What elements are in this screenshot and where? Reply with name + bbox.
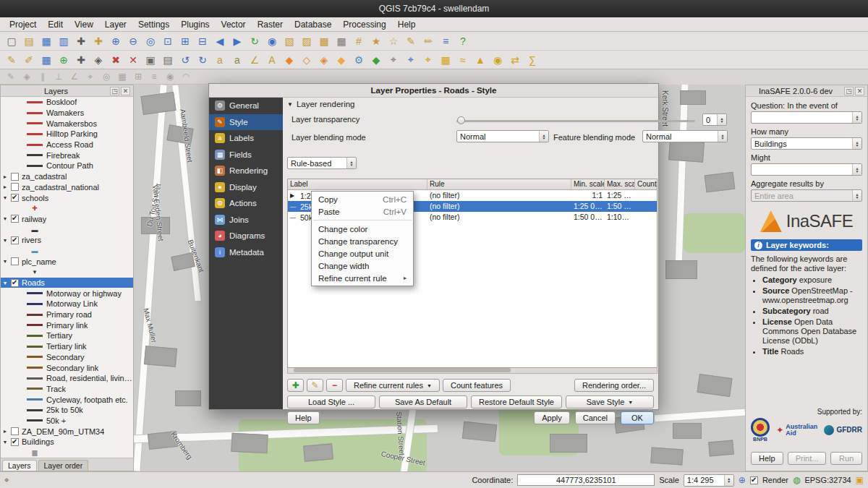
- layer-item[interactable]: ▾ plc_name: [1, 256, 133, 267]
- table-horizontal-scrollbar[interactable]: [287, 368, 658, 374]
- inasafe-keywords-icon[interactable]: ◇: [298, 52, 315, 68]
- text-annotation-icon[interactable]: ✎: [402, 33, 420, 49]
- feature-blend-combo[interactable]: Normal▲▼: [642, 130, 728, 142]
- dialog-sidebar-item[interactable]: i Metadata: [209, 244, 283, 261]
- zoom-to-layer-icon[interactable]: ⊟: [194, 33, 211, 49]
- road-graph-icon[interactable]: ⇄: [506, 52, 524, 68]
- expander-icon[interactable]: ▸: [4, 174, 11, 180]
- context-menu-item[interactable]: Refine current rule ▸: [312, 272, 413, 284]
- paste-features-icon[interactable]: ▤: [159, 52, 176, 68]
- interpolation-icon[interactable]: ≈: [454, 52, 472, 68]
- layer-checkbox[interactable]: [11, 183, 19, 191]
- inasafe-options-icon[interactable]: ◈: [315, 52, 333, 68]
- layer-item[interactable]: Firebreak: [1, 150, 133, 160]
- pan-map-icon[interactable]: ✚: [72, 33, 90, 49]
- pan-to-selection-icon[interactable]: ✚: [90, 33, 107, 49]
- layer-item[interactable]: ▬: [1, 224, 133, 235]
- zoom-native-icon[interactable]: ◎: [142, 33, 159, 49]
- projection-icon[interactable]: ◍: [793, 475, 800, 485]
- layer-checkbox[interactable]: [11, 215, 19, 223]
- zoom-last-icon[interactable]: ◀: [211, 33, 229, 49]
- menu-item[interactable]: Project: [4, 18, 41, 31]
- rotate-label-icon[interactable]: ∠: [246, 52, 263, 68]
- new-project-icon[interactable]: ▢: [3, 33, 20, 49]
- dialog-sidebar-item[interactable]: ⚙ Actions: [209, 195, 283, 212]
- cancel-button[interactable]: Cancel: [575, 411, 616, 424]
- python-console-icon[interactable]: ≡: [437, 33, 454, 49]
- move-label-icon[interactable]: a: [229, 52, 246, 68]
- move-feature-icon[interactable]: ✚: [72, 52, 90, 68]
- copy-features-icon[interactable]: ▣: [142, 52, 159, 68]
- measure-line-icon[interactable]: #: [350, 33, 367, 49]
- rule-expander-icon[interactable]: ▶: [290, 192, 297, 199]
- ok-button[interactable]: OK: [621, 411, 654, 424]
- undo-icon[interactable]: ↺: [176, 52, 194, 68]
- layer-checkbox[interactable]: [11, 279, 19, 287]
- node-tool-icon[interactable]: ◈: [90, 52, 107, 68]
- rule-expander-icon[interactable]: —: [290, 214, 297, 221]
- col-max-scale[interactable]: Max. scale: [605, 179, 635, 189]
- menu-item[interactable]: Processing: [338, 18, 391, 31]
- expander-icon[interactable]: ▾: [4, 194, 11, 201]
- refine-rules-button[interactable]: Refine current rules▼: [346, 379, 440, 392]
- magnifier-icon[interactable]: ⊕: [739, 475, 746, 485]
- current-edits-icon[interactable]: ✎: [3, 52, 20, 68]
- georeferencer-icon[interactable]: ⌖: [385, 52, 402, 68]
- scale-combo[interactable]: 1:4 295▲▼: [684, 474, 734, 487]
- menu-item[interactable]: Layer: [100, 18, 132, 31]
- select-features-icon[interactable]: ▧: [281, 33, 298, 49]
- menu-item[interactable]: Settings: [133, 18, 174, 31]
- open-project-icon[interactable]: ▤: [20, 33, 38, 49]
- blend-mode-combo[interactable]: Normal▲▼: [456, 130, 549, 142]
- zoom-to-selection-icon[interactable]: ⊞: [176, 33, 194, 49]
- layer-item[interactable]: Secondary link: [1, 362, 133, 373]
- layer-item[interactable]: Cycleway, footpath etc.: [1, 394, 133, 405]
- undock-icon[interactable]: ◳: [110, 87, 119, 95]
- processing-toolbox-icon[interactable]: ⚙: [350, 52, 367, 68]
- delete-selected-icon[interactable]: ✖: [107, 52, 124, 68]
- layer-item[interactable]: ▆: [1, 448, 133, 458]
- add-feature-icon[interactable]: ⊕: [55, 52, 72, 68]
- rule-expander-icon[interactable]: —: [290, 203, 297, 210]
- context-menu-item[interactable]: Change output unit ▸: [312, 247, 413, 260]
- coordinate-input[interactable]: [517, 474, 655, 486]
- apply-button[interactable]: Apply: [534, 411, 570, 424]
- layer-item[interactable]: 25k to 50k: [1, 405, 133, 416]
- layer-item[interactable]: Track: [1, 384, 133, 395]
- layer-item[interactable]: ▾ rivers: [1, 235, 133, 246]
- zoom-next-icon[interactable]: ▶: [229, 33, 246, 49]
- remove-rule-button[interactable]: −: [326, 379, 343, 392]
- dialog-sidebar-item[interactable]: ✎ Style: [209, 114, 283, 131]
- dialog-sidebar-item[interactable]: ▦ Fields: [209, 147, 283, 163]
- context-menu-item[interactable]: Change width ▸: [312, 260, 413, 272]
- redo-icon[interactable]: ↻: [194, 52, 211, 68]
- menu-item[interactable]: View: [69, 18, 98, 31]
- undock-icon[interactable]: ◳: [844, 87, 854, 95]
- layer-checkbox[interactable]: [11, 173, 19, 181]
- gps-information-icon[interactable]: ⌖: [420, 52, 437, 68]
- heatmap-icon[interactable]: ◉: [489, 52, 506, 68]
- close-icon[interactable]: ✕: [855, 87, 864, 95]
- dialog-sidebar-item[interactable]: a Labels: [209, 130, 283, 147]
- slider-handle[interactable]: [457, 116, 465, 124]
- menu-item[interactable]: Plugins: [176, 18, 214, 31]
- layer-item[interactable]: Primary link: [1, 320, 133, 330]
- dialog-sidebar-item[interactable]: ◕ Diagrams: [209, 228, 283, 244]
- col-rule[interactable]: Rule: [427, 179, 571, 189]
- rendering-order-button[interactable]: Rendering order...: [574, 379, 654, 392]
- scrollbar-thumb[interactable]: [294, 368, 511, 372]
- dialog-sidebar-item[interactable]: ◧ Rendering: [209, 163, 283, 179]
- col-min-scale[interactable]: Min. scale: [571, 179, 605, 189]
- layer-item[interactable]: Wamakersbos: [1, 118, 133, 129]
- grass-tools-icon[interactable]: ◆: [367, 52, 385, 68]
- menu-item[interactable]: Vector: [216, 18, 251, 31]
- style-button[interactable]: Save As Default▼: [379, 395, 467, 408]
- layer-item[interactable]: ▾ Roads: [1, 278, 133, 288]
- zoom-out-icon[interactable]: ⊖: [124, 33, 142, 49]
- cut-features-icon[interactable]: ✕: [124, 52, 142, 68]
- deselect-features-icon[interactable]: ▩: [315, 33, 333, 49]
- inasafe-help-button[interactable]: Help: [751, 452, 783, 465]
- inasafe-minimum-needs-icon[interactable]: ◆: [333, 52, 350, 68]
- layer-item[interactable]: ▾: [1, 267, 133, 278]
- layer-checkbox[interactable]: [11, 236, 19, 244]
